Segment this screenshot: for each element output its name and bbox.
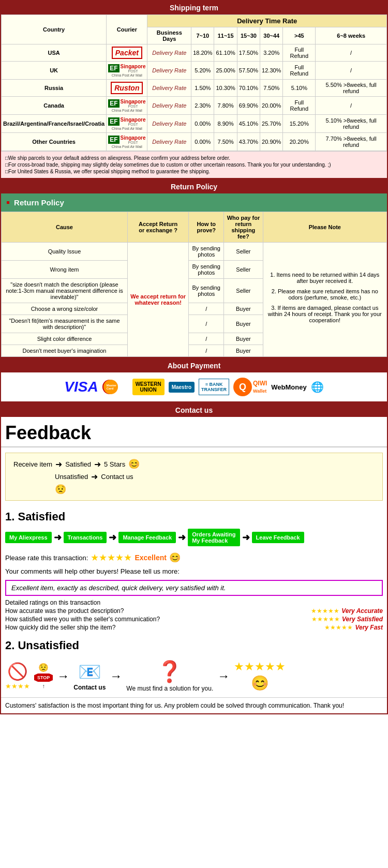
manage-feedback-btn[interactable]: Manage Feedback bbox=[118, 532, 176, 543]
step-arrow-4: ➜ bbox=[242, 532, 250, 543]
data-cell-1-2: 57.50% bbox=[237, 62, 260, 80]
mastercard-logo: MasterCard bbox=[102, 379, 128, 395]
data-cell-0-3: 3.20% bbox=[260, 44, 283, 62]
maestro-logo: Maestro bbox=[169, 382, 195, 393]
rating-row-1: How satisfied were you with the seller's… bbox=[5, 615, 383, 623]
data-cell-2-4: 5.10% bbox=[283, 80, 316, 97]
customers-footer: Customers' satisfaction is the most impo… bbox=[1, 697, 387, 713]
unsatisfied-flow-row: Unsatisfied ➜ Contact us bbox=[55, 472, 375, 482]
return-who-4: Buyer bbox=[224, 315, 263, 333]
courier-cell-0: Packet bbox=[107, 44, 147, 62]
rating-label-2: How quickly did the seller ship the item… bbox=[5, 624, 324, 631]
quote-box: Excellent item, exactly as described, qu… bbox=[5, 580, 383, 596]
delivery-rate-cell-3: Delivery Rate bbox=[147, 97, 191, 115]
return-col-who: Who pay for returnshipping fee? bbox=[224, 212, 263, 243]
webmoney-globe-icon: 🌐 bbox=[311, 381, 324, 393]
return-cause-6: Doesn't meet buyer's imagination bbox=[2, 345, 128, 357]
transactions-btn[interactable]: Transactions bbox=[64, 532, 107, 543]
return-cause-4: "Doesn't fit(item's measurement is the s… bbox=[2, 315, 128, 333]
payment-section: About Payment VISA MasterCard WESTERNUNI… bbox=[0, 358, 388, 402]
data-cell-0-2: 17.50% bbox=[237, 44, 260, 62]
col-30-44: 30~44 bbox=[260, 27, 283, 44]
courier-cell-3: EF Singapore POST China Post Air Mail bbox=[107, 97, 147, 115]
stars-below-no: ★★★★ bbox=[5, 682, 30, 690]
payment-logos: VISA MasterCard WESTERNUNION Maestro ≡ B… bbox=[1, 372, 387, 401]
happy-emoji: 😊 bbox=[128, 458, 140, 470]
return-col-cause: Cause bbox=[2, 212, 128, 243]
courier-cell-1: EF Singapore POST China Post Air Mail bbox=[107, 62, 147, 80]
data-cell-3-3: 20.00% bbox=[260, 97, 283, 115]
courier-cell-4: EF Singapore POST China Post Air Mail bbox=[107, 115, 147, 133]
data-cell-5-4: 20.20% bbox=[283, 133, 316, 151]
country-cell-5: Other Countries bbox=[2, 133, 107, 151]
return-policy-label: Return Policy bbox=[14, 198, 64, 207]
return-who-6: Buyer bbox=[224, 345, 263, 357]
feedback-box: Receive item ➜ Satisfied ➜ 5 Stars 😊 Uns… bbox=[5, 453, 383, 501]
feedback-title: Feedback bbox=[1, 417, 387, 447]
data-cell-4-4: 15.20% bbox=[283, 115, 316, 133]
flow-arrow-unsat-3: → bbox=[217, 669, 230, 683]
flow-arrow-unsat-2: → bbox=[110, 669, 122, 683]
col-business-days: Business Days bbox=[147, 27, 191, 44]
data-cell-2-0: 1.50% bbox=[191, 80, 214, 97]
footnote-item: □We ship parcels to your default address… bbox=[5, 155, 383, 161]
data-cell-5-5: 7.70% >8weeks, full refund bbox=[316, 133, 387, 151]
delivery-rate-cell-2: Delivery Rate bbox=[147, 80, 191, 97]
delivery-rate-cell-0: Delivery Rate bbox=[147, 44, 191, 62]
country-cell-3: Canada bbox=[2, 97, 107, 115]
my-aliexpress-btn[interactable]: My Aliexpress bbox=[5, 532, 52, 543]
data-cell-3-5: / bbox=[316, 97, 387, 115]
qiwi-icon: Q bbox=[233, 378, 252, 396]
country-cell-4: Brazil/Argentina/France/Israel/Croatia bbox=[2, 115, 107, 133]
col-45: >45 bbox=[283, 27, 316, 44]
return-table: Cause Accept Returnor exchange ? How to … bbox=[1, 212, 387, 357]
return-accept-cell: We accept return for whatever reason! bbox=[127, 243, 188, 357]
return-col-accept: Accept Returnor exchange ? bbox=[127, 212, 188, 243]
steps-row: My Aliexpress ➜ Transactions ➜ Manage Fe… bbox=[1, 526, 387, 549]
return-cause-0: Quality Issue bbox=[2, 243, 128, 261]
footnote-item: □For cross-broad trade, shipping may sli… bbox=[5, 162, 383, 168]
bank-transfer-logo: ≡ BANKTRANSFER bbox=[199, 379, 229, 395]
sad-face-icon: 😟 bbox=[38, 663, 49, 672]
return-who-5: Buyer bbox=[224, 333, 263, 345]
solution-label: We must find a solution for you. bbox=[126, 685, 213, 692]
return-col-note: Please Note bbox=[263, 212, 386, 243]
delivery-rate-cell-1: Delivery Rate bbox=[147, 62, 191, 80]
footnote-item: □For United States & Russia, we offer sp… bbox=[5, 169, 383, 174]
data-cell-2-2: 70.10% bbox=[237, 80, 260, 97]
no-sign-icon-group: 🚫 ★★★★ bbox=[5, 662, 30, 690]
return-who-3: Buyer bbox=[224, 303, 263, 315]
stop-label: ↑ bbox=[42, 683, 45, 689]
data-cell-3-2: 69.90% bbox=[237, 97, 260, 115]
shipping-header: Shipping term bbox=[1, 1, 387, 14]
unsatisfied-flow: 🚫 ★★★★ 😟 STOP ↑ → 📧 Contact us → ❓ We mu… bbox=[1, 654, 387, 697]
col-11-15: 11~15 bbox=[214, 27, 237, 44]
return-cause-2: "size doesn't match the description (ple… bbox=[2, 279, 128, 303]
rate-row: Please rate this transaction: ★★★★★ Exce… bbox=[1, 549, 387, 566]
return-cause-3: Choose a wrong size/color bbox=[2, 303, 128, 315]
shipping-section: Shipping term Country Courier Delivery T… bbox=[0, 0, 388, 179]
col-7-10: 7~10 bbox=[191, 27, 214, 44]
leave-feedback-btn[interactable]: Leave Feedback bbox=[252, 532, 304, 543]
visa-logo: VISA bbox=[64, 379, 98, 395]
contact-header: Contact us bbox=[1, 403, 387, 417]
rate-label: Please rate this transaction: bbox=[5, 554, 88, 562]
contact-us-unsat-label: Contact us bbox=[73, 684, 106, 691]
qiwi-text: QIWIWallet bbox=[253, 380, 267, 394]
courier-cell-2: Ruston bbox=[107, 80, 147, 97]
data-cell-2-5: 5.50% >8weeks, full refund bbox=[316, 80, 387, 97]
excellent-text: Excellent bbox=[135, 553, 166, 562]
satisfied-flow-row: Receive item ➜ Satisfied ➜ 5 Stars 😊 bbox=[13, 458, 375, 470]
data-cell-0-4: Full Refund bbox=[283, 44, 316, 62]
western-union-logo: WESTERNUNION bbox=[132, 379, 165, 395]
rating-desc-1: Very Satisfied bbox=[342, 616, 383, 623]
arrow-2: ➜ bbox=[94, 459, 101, 469]
data-cell-1-5: / bbox=[316, 62, 387, 80]
data-cell-1-4: Full Refund bbox=[283, 62, 316, 80]
return-cause-5: Slight color difference bbox=[2, 333, 128, 345]
data-cell-2-3: 7.50% bbox=[260, 80, 283, 97]
orders-awaiting-btn[interactable]: Orders AwaitingMy Feedback bbox=[188, 529, 240, 546]
flow-arrow-unsat-1: → bbox=[57, 669, 69, 683]
ratings-box: Detailed ratings on this transaction How… bbox=[5, 599, 383, 632]
arrow-1: ➜ bbox=[55, 459, 62, 469]
